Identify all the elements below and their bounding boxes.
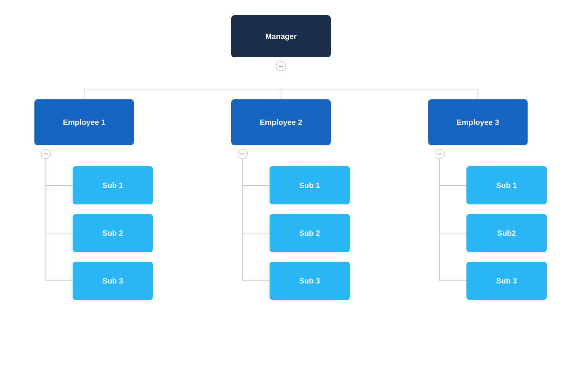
emp3-sub1-node[interactable]: Sub 1 <box>466 166 547 204</box>
employee3-node[interactable]: Employee 3 <box>428 99 528 145</box>
collapse-emp1-button[interactable] <box>41 149 51 159</box>
chart-container: Manager Employee 1 Employee 2 Employee 3… <box>23 15 539 378</box>
emp1-sub1-node[interactable]: Sub 1 <box>73 166 153 204</box>
collapse-emp2-button[interactable] <box>238 149 248 159</box>
org-chart: Manager Employee 1 Employee 2 Employee 3… <box>0 0 562 392</box>
emp2-sub3-node[interactable]: Sub 3 <box>270 262 350 300</box>
emp3-sub3-node[interactable]: Sub 3 <box>466 262 547 300</box>
collapse-manager-button[interactable] <box>276 61 286 71</box>
manager-node[interactable]: Manager <box>231 15 331 57</box>
emp2-sub1-node[interactable]: Sub 1 <box>270 166 350 204</box>
emp3-sub2-node[interactable]: Sub2 <box>466 214 547 252</box>
emp2-sub2-node[interactable]: Sub 2 <box>270 214 350 252</box>
emp1-sub2-node[interactable]: Sub 2 <box>73 214 153 252</box>
collapse-emp3-button[interactable] <box>435 149 445 159</box>
employee2-node[interactable]: Employee 2 <box>231 99 331 145</box>
employee1-node[interactable]: Employee 1 <box>34 99 134 145</box>
emp1-sub3-node[interactable]: Sub 3 <box>73 262 153 300</box>
